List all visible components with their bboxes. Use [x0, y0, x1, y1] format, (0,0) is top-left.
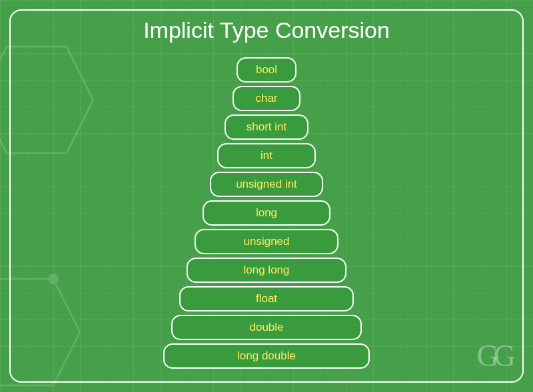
type-label: int	[261, 149, 272, 162]
type-label: long long	[243, 264, 289, 277]
type-label: unsigned int	[236, 178, 297, 191]
type-pill: long	[203, 200, 330, 226]
type-pill: long double	[163, 343, 370, 369]
type-pill: char	[233, 86, 300, 111]
type-label: unsigned	[243, 235, 289, 248]
type-pill: float	[179, 286, 354, 311]
page-title: Implicit Type Conversion	[0, 17, 533, 43]
type-label: char	[255, 92, 277, 105]
type-label: double	[249, 321, 283, 334]
type-label: long double	[237, 349, 296, 363]
type-pill: bool	[237, 57, 296, 83]
type-pill: unsigned int	[210, 172, 323, 197]
type-label: short int	[247, 120, 286, 134]
type-hierarchy-pyramid: boolcharshort intintunsigned intlongunsi…	[0, 57, 533, 369]
type-label: long	[256, 206, 277, 220]
type-pill: unsigned	[195, 229, 338, 254]
type-label: bool	[256, 63, 277, 77]
type-pill: short int	[225, 114, 308, 140]
type-pill: long long	[187, 258, 346, 283]
type-pill: double	[171, 315, 362, 340]
brand-logo: GG	[477, 338, 510, 373]
type-label: float	[256, 292, 277, 305]
type-pill: int	[217, 143, 316, 168]
